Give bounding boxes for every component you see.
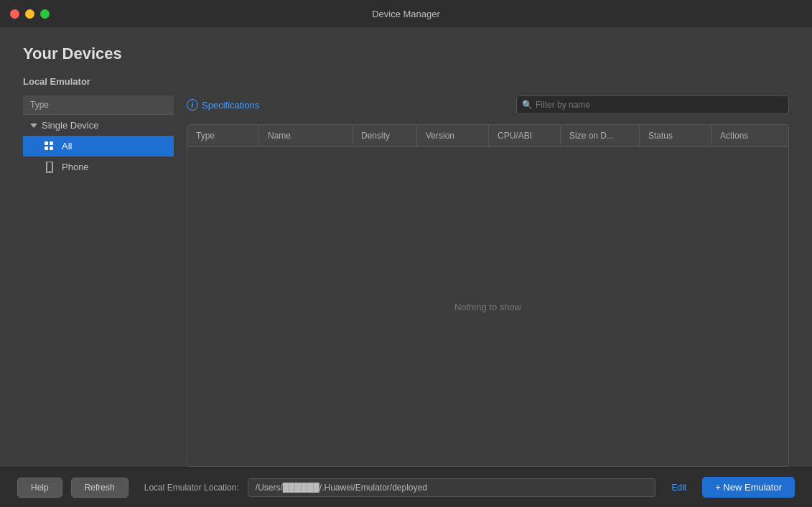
sidebar: Type Single Device All <box>23 96 174 467</box>
sidebar-group-single-device[interactable]: Single Device <box>23 115 174 136</box>
phone-icon <box>43 162 56 172</box>
col-version: Version <box>417 125 489 146</box>
col-cpu: CPU/ABI <box>489 125 561 146</box>
chevron-down-icon <box>30 122 37 129</box>
minimize-button[interactable] <box>25 9 34 19</box>
table-header: Type Name Density Version CPU/ABI Size o… <box>187 125 788 147</box>
edit-link[interactable]: Edit <box>671 483 686 493</box>
location-input[interactable] <box>248 478 656 497</box>
specifications-link[interactable]: i Specifications <box>187 99 259 111</box>
info-icon: i <box>187 99 198 111</box>
col-status: Status <box>640 125 711 146</box>
main-content: Your Devices Local Emulator Type Single … <box>0 27 812 467</box>
right-panel: i Specifications 🔍 Type Name Density Ver… <box>174 96 789 467</box>
maximize-button[interactable] <box>40 9 50 19</box>
page-title: Your Devices <box>23 45 789 63</box>
window-controls <box>10 9 50 19</box>
svg-rect-3 <box>50 146 53 150</box>
footer: Help Refresh Local Emulator Location: Ed… <box>0 467 812 507</box>
titlebar: Device Manager <box>0 0 812 27</box>
grid-icon <box>43 141 56 152</box>
filter-wrapper: 🔍 <box>516 96 789 114</box>
sidebar-item-phone-label: Phone <box>62 162 89 172</box>
sidebar-group-label: Single Device <box>42 120 99 131</box>
close-button[interactable] <box>10 9 19 19</box>
sidebar-item-all[interactable]: All <box>23 136 174 157</box>
location-label: Local Emulator Location: <box>144 483 239 493</box>
col-type: Type <box>187 125 259 146</box>
new-emulator-button[interactable]: + New Emulator <box>702 477 795 498</box>
spec-link-label: Specifications <box>202 100 259 111</box>
empty-message: Nothing to show <box>454 302 521 312</box>
col-name: Name <box>259 125 353 146</box>
svg-rect-5 <box>49 171 51 172</box>
col-density: Density <box>353 125 417 146</box>
sidebar-type-header: Type <box>23 96 174 115</box>
window-title: Device Manager <box>372 9 440 19</box>
svg-rect-2 <box>45 146 48 150</box>
sidebar-item-all-label: All <box>62 141 72 152</box>
device-table: Type Name Density Version CPU/ABI Size o… <box>187 124 789 467</box>
col-size: Size on D... <box>561 125 640 146</box>
help-button[interactable]: Help <box>17 478 62 498</box>
sidebar-tree: Single Device All <box>23 115 174 467</box>
table-body: Nothing to show <box>187 147 788 466</box>
content-area: Type Single Device All <box>23 96 789 467</box>
panel-top: i Specifications 🔍 <box>187 96 789 114</box>
refresh-button[interactable]: Refresh <box>71 478 129 498</box>
col-actions: Actions <box>711 125 788 146</box>
sidebar-item-phone[interactable]: Phone <box>23 157 174 177</box>
svg-rect-0 <box>45 141 48 145</box>
section-label: Local Emulator <box>23 76 789 87</box>
svg-rect-1 <box>50 141 53 145</box>
filter-input[interactable] <box>516 96 789 114</box>
search-icon: 🔍 <box>522 100 533 110</box>
